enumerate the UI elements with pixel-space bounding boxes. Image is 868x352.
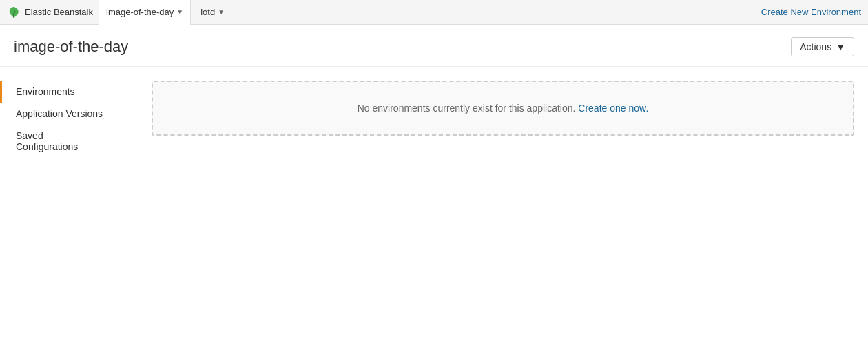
create-one-now-link[interactable]: Create one now.: [578, 103, 648, 114]
actions-dropdown-arrow: ▼: [836, 41, 845, 52]
tab1-dropdown-arrow: ▼: [176, 8, 183, 16]
main-content: Environments Application Versions SavedC…: [0, 67, 868, 172]
tab-iotd[interactable]: iotd ▼: [194, 0, 231, 25]
content-area: No environments currently exist for this…: [138, 67, 868, 172]
page-header: image-of-the-day Actions ▼: [0, 25, 868, 67]
sidebar-environments-label: Environments: [16, 86, 75, 97]
tab1-label: image-of-the-day: [106, 7, 174, 17]
tab2-label: iotd: [200, 7, 215, 17]
actions-label: Actions: [800, 41, 831, 52]
empty-state-text: No environments currently exist for this…: [358, 103, 576, 114]
topbar: Elastic Beanstalk image-of-the-day ▼ iot…: [0, 0, 868, 25]
sidebar-item-environments[interactable]: Environments: [0, 81, 138, 103]
beanstalk-icon: [7, 6, 21, 19]
sidebar: Environments Application Versions SavedC…: [0, 67, 138, 172]
sidebar-item-saved-configurations[interactable]: SavedConfigurations: [0, 125, 138, 158]
sidebar-saved-configurations-label: SavedConfigurations: [16, 130, 78, 152]
brand-label: Elastic Beanstalk: [25, 7, 93, 17]
sidebar-item-application-versions[interactable]: Application Versions: [0, 103, 138, 125]
page-title: image-of-the-day: [14, 38, 128, 56]
empty-state-box: No environments currently exist for this…: [152, 81, 854, 136]
tab-image-of-the-day[interactable]: image-of-the-day ▼: [99, 0, 191, 25]
actions-button[interactable]: Actions ▼: [791, 37, 854, 56]
brand[interactable]: Elastic Beanstalk: [7, 6, 96, 19]
create-new-environment-link[interactable]: Create New Environment: [761, 7, 861, 17]
sidebar-application-versions-label: Application Versions: [16, 108, 103, 119]
tab2-dropdown-arrow: ▼: [218, 8, 225, 16]
